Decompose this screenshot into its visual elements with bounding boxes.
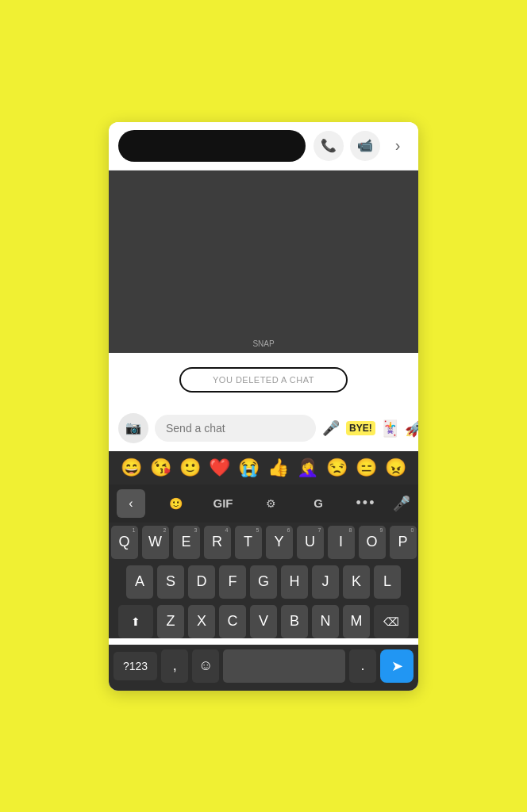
keyboard-toolbar: ‹ 🙂 GIF ⚙ G ••• 🎤 <box>109 485 418 523</box>
header-icons: 📞 📹 › <box>314 131 409 161</box>
key-j[interactable]: J <box>312 565 339 599</box>
key-t[interactable]: 5T <box>235 526 262 559</box>
key-a[interactable]: A <box>126 565 153 599</box>
key-e[interactable]: 3E <box>173 526 200 559</box>
key-n[interactable]: N <box>312 605 339 638</box>
key-k[interactable]: K <box>343 565 370 599</box>
back-chevron-icon: ‹ <box>129 496 133 511</box>
key-i[interactable]: 8I <box>328 526 355 559</box>
sticker-tool-icon: 🙂 <box>169 497 183 510</box>
emoji-expressionless[interactable]: 😑 <box>356 458 377 478</box>
keyboard-back-button[interactable]: ‹ <box>117 489 145 518</box>
snap-area: SNAP <box>109 170 418 353</box>
video-call-button[interactable]: 📹 <box>350 131 380 161</box>
gif-label: GIF <box>213 496 233 510</box>
deleted-chat-bubble: YOU DELETED A CHAT <box>179 367 348 393</box>
send-button[interactable]: ➤ <box>380 649 414 683</box>
keyboard-row-1: 1Q 2W 3E 4R 5T 6Y 7U 8I 9O 0P <box>112 526 415 559</box>
deleted-chat-area: YOU DELETED A CHAT <box>109 353 418 407</box>
sticker-button[interactable]: 🃏 <box>380 419 400 438</box>
keyboard-mic-button[interactable]: 🎤 <box>393 495 410 512</box>
keyboard-row-3: ⬆ Z X C V B N M ⌫ <box>112 605 415 638</box>
dots-icon: ••• <box>356 495 376 511</box>
emoji-kiss[interactable]: 😘 <box>150 458 171 478</box>
key-p[interactable]: 0P <box>390 526 417 559</box>
key-w[interactable]: 2W <box>142 526 169 559</box>
rocket-button[interactable]: 🚀 <box>405 419 418 438</box>
emoji-key[interactable]: ☺ <box>192 649 219 683</box>
key-c[interactable]: C <box>219 605 246 638</box>
emoji-smile[interactable]: 🙂 <box>179 458 201 478</box>
gear-icon: ⚙ <box>266 497 276 510</box>
key-o[interactable]: 9O <box>359 526 386 559</box>
sticker-buttons: BYE! 🃏 🚀 <box>346 419 418 438</box>
keyboard-mic-icon: 🎤 <box>393 496 410 511</box>
emoji-grinning[interactable]: 😄 <box>121 458 142 478</box>
camera-button[interactable]: 📷 <box>118 413 148 443</box>
period-label: . <box>360 657 364 674</box>
translate-button[interactable]: G <box>294 493 342 513</box>
contact-name-redacted <box>118 130 306 162</box>
chat-input-row: 📷 🎤 BYE! 🃏 🚀 <box>109 407 418 451</box>
period-key[interactable]: . <box>349 649 376 683</box>
call-icon: 📞 <box>321 138 337 153</box>
keyboard-area: 1Q 2W 3E 4R 5T 6Y 7U 8I 9O 0P A S D F G … <box>109 523 418 638</box>
keyboard-row-2: A S D F G H J K L <box>112 565 415 599</box>
settings-button[interactable]: ⚙ <box>247 494 294 513</box>
emoji-keyboard-icon: ☺ <box>198 657 213 674</box>
key-g[interactable]: G <box>250 565 277 599</box>
key-x[interactable]: X <box>188 605 215 638</box>
key-v[interactable]: V <box>250 605 277 638</box>
sticker-tool-button[interactable]: 🙂 <box>152 494 199 513</box>
key-m[interactable]: M <box>343 605 370 638</box>
key-l[interactable]: L <box>374 565 401 599</box>
deleted-chat-text: YOU DELETED A CHAT <box>213 375 314 385</box>
shift-key[interactable]: ⬆ <box>118 605 153 638</box>
translate-icon: G <box>314 496 323 510</box>
emoji-unamused[interactable]: 😒 <box>326 458 348 478</box>
key-s[interactable]: S <box>157 565 184 599</box>
header: 📞 📹 › <box>109 122 418 170</box>
video-icon: 📹 <box>357 138 373 153</box>
emoji-thumbsup[interactable]: 👍 <box>267 458 289 478</box>
snap-label: SNAP <box>252 339 274 348</box>
camera-icon: 📷 <box>125 420 141 435</box>
emoji-facepalm[interactable]: 🤦‍♀️ <box>297 458 318 478</box>
space-key[interactable] <box>223 649 345 683</box>
key-f[interactable]: F <box>219 565 246 599</box>
chevron-right-icon: › <box>395 136 401 155</box>
key-h[interactable]: H <box>281 565 308 599</box>
key-b[interactable]: B <box>281 605 308 638</box>
key-u[interactable]: 7U <box>297 526 324 559</box>
key-q[interactable]: 1Q <box>111 526 138 559</box>
num-key[interactable]: ?123 <box>113 652 157 680</box>
num-label: ?123 <box>123 660 148 672</box>
comma-key[interactable]: , <box>161 649 188 683</box>
phone-container: 📞 📹 › SNAP YOU DELETED A CHAT 📷 🎤 BYE! <box>109 122 418 691</box>
emoji-angry[interactable]: 😠 <box>385 458 406 478</box>
key-y[interactable]: 6Y <box>266 526 293 559</box>
more-button[interactable]: › <box>387 131 409 161</box>
comma-label: , <box>173 657 177 674</box>
key-r[interactable]: 4R <box>204 526 231 559</box>
send-icon: ➤ <box>391 657 403 675</box>
key-d[interactable]: D <box>188 565 215 599</box>
bye-sticker-button[interactable]: BYE! <box>346 421 375 435</box>
emoji-row: 😄 😘 🙂 ❤️ 😭 👍 🤦‍♀️ 😒 😑 😠 <box>109 451 418 485</box>
emoji-heart[interactable]: ❤️ <box>209 458 230 478</box>
key-z[interactable]: Z <box>157 605 184 638</box>
mic-button[interactable]: 🎤 <box>322 419 340 437</box>
mic-icon: 🎤 <box>322 420 340 436</box>
emoji-crying[interactable]: 😭 <box>238 458 260 478</box>
gif-button[interactable]: GIF <box>199 493 247 513</box>
call-button[interactable]: 📞 <box>314 131 344 161</box>
keyboard-bottom-row: ?123 , ☺ . ➤ <box>109 645 418 691</box>
backspace-key[interactable]: ⌫ <box>374 605 409 638</box>
chat-input[interactable] <box>155 415 316 442</box>
more-tools-button[interactable]: ••• <box>342 492 390 515</box>
